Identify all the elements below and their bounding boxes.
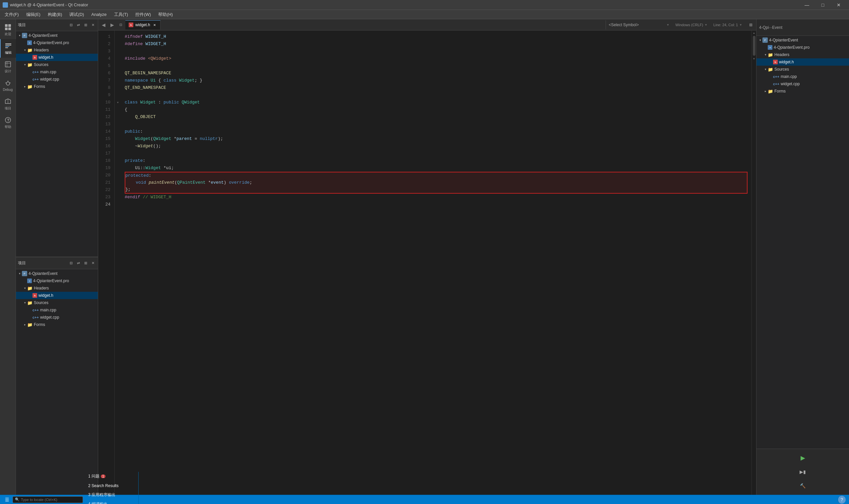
code-line[interactable]: public: (125, 128, 747, 135)
code-line[interactable]: void paintEvent(QPaintEvent *event) over… (125, 179, 747, 186)
code-line[interactable] (125, 62, 747, 70)
code-line[interactable]: namespace Ui { class Widget; } (125, 77, 747, 84)
panel-expand-icon-b[interactable]: ⊞ (83, 260, 89, 266)
tree-item[interactable]: hwidget.h (757, 58, 849, 66)
menu-item-e[interactable]: 编辑(E) (23, 11, 44, 19)
scroll-up-btn[interactable]: ▲ (752, 31, 757, 35)
tree-item[interactable]: ▾📁Headers (16, 47, 98, 54)
tree-item[interactable]: ≡4-QpianterEvent.pro (16, 277, 98, 285)
code-line[interactable]: Q_OBJECT (125, 113, 747, 121)
split-editor-btn[interactable]: ⊞ (747, 21, 755, 29)
code-line[interactable]: QT_END_NAMESPACE (125, 84, 747, 91)
code-line[interactable]: Ui::Widget *ui; (125, 164, 747, 172)
search-input[interactable] (21, 498, 80, 502)
tree-item[interactable]: c++widget.cpp (16, 314, 98, 321)
code-line[interactable] (125, 91, 747, 99)
statusbar-left-btn[interactable]: ☰ (3, 495, 11, 504)
tree-arrow[interactable]: ▸ (22, 322, 27, 327)
sidebar-item-projects[interactable]: 项目 (0, 95, 16, 113)
tree-item[interactable]: ▾📁Sources (757, 66, 849, 73)
statusbar-tab[interactable]: 1 问题1 (84, 472, 139, 481)
code-line[interactable]: ~Widget(); (125, 143, 747, 150)
code-line[interactable] (125, 150, 747, 157)
tree-item[interactable]: ▾📁Sources (16, 299, 98, 306)
tree-item[interactable]: ▾📁Headers (757, 51, 849, 58)
tree-item[interactable]: hwidget.h (16, 292, 98, 299)
menu-item-f[interactable]: 文件(F) (1, 11, 22, 19)
tree-arrow[interactable]: ▾ (763, 52, 768, 57)
panel-filter-icon-b[interactable]: ⊟ (68, 260, 74, 266)
tree-arrow[interactable]: ▸ (22, 84, 27, 89)
statusbar-tab[interactable]: 3 应用程序输出 (84, 490, 139, 500)
code-line[interactable]: QT_BEGIN_NAMESPACE (125, 70, 747, 77)
tree-arrow[interactable]: ▾ (758, 38, 762, 42)
menu-item-d[interactable]: 调试(D) (66, 11, 87, 19)
code-line[interactable] (125, 121, 747, 128)
menu-item-h[interactable]: 帮助(H) (155, 11, 176, 19)
tree-item[interactable]: c++main.cpp (16, 306, 98, 314)
code-line[interactable]: #include <QWidget> (125, 55, 747, 62)
panel-close-icon-b[interactable]: ✕ (90, 260, 96, 266)
tree-item[interactable]: c++main.cpp (757, 73, 849, 80)
tab-widget-h[interactable]: h widget.h ✕ (125, 20, 161, 30)
sidebar-item-welcome[interactable]: 欢迎 (0, 21, 16, 39)
panel-sync-icon-b[interactable]: ⇌ (75, 260, 81, 266)
tree-arrow[interactable]: ▾ (763, 67, 768, 72)
tree-item[interactable]: c++widget.cpp (16, 76, 98, 83)
tree-arrow[interactable]: ▾ (22, 48, 27, 52)
tree-arrow[interactable]: ▾ (22, 62, 27, 67)
statusbar-tab[interactable]: 4 编译输出 (84, 500, 139, 504)
tree-item[interactable]: ▸📁Forms (16, 83, 98, 90)
menu-item-w[interactable]: 控件(W) (132, 11, 154, 19)
tree-item[interactable]: ▾P4-QpianterEvent (757, 36, 849, 44)
sidebar-item-debug[interactable]: Debug (0, 76, 16, 95)
tree-item[interactable]: ▸📁Forms (757, 88, 849, 95)
code-content[interactable]: #ifndef WIDGET_H#define WIDGET_H#include… (121, 31, 752, 495)
code-line[interactable]: }; (125, 186, 747, 194)
code-line[interactable]: class Widget : public QWidget (125, 99, 747, 106)
tree-item[interactable]: c++widget.cpp (757, 80, 849, 88)
maximize-button[interactable]: □ (815, 0, 830, 10)
code-line[interactable]: private: (125, 157, 747, 164)
debug-run-button[interactable]: ▶▮ (797, 466, 809, 478)
tree-item[interactable]: c++main.cpp (16, 68, 98, 76)
code-line[interactable] (125, 201, 747, 208)
menu-item-b[interactable]: 构建(B) (44, 11, 65, 19)
tree-arrow[interactable]: ▾ (22, 286, 27, 290)
status-search[interactable]: 🔍 (13, 497, 83, 503)
tree-item[interactable]: ▾📁Headers (16, 285, 98, 292)
code-editor[interactable]: 123456789101112131415161718192021222324 … (98, 31, 756, 495)
menu-item-t[interactable]: 工具(T) (111, 11, 132, 19)
nav-forward-btn[interactable]: ▶ (108, 21, 116, 29)
menu-item-analyze[interactable]: Analyze (88, 11, 110, 18)
sidebar-item-design[interactable]: 设计 (0, 58, 16, 76)
panel-expand-icon[interactable]: ⊞ (83, 22, 89, 28)
minimize-button[interactable]: — (799, 0, 814, 10)
tree-item[interactable]: ≡4-QpianterEvent.pro (757, 44, 849, 51)
tree-item[interactable]: hwidget.h (16, 54, 98, 61)
tree-arrow[interactable]: ▾ (22, 301, 27, 305)
scroll-thumb[interactable] (753, 36, 756, 56)
vertical-scrollbar[interactable]: ▲ ▼ (752, 31, 756, 495)
bookmarks-btn[interactable]: ⊡ (117, 21, 125, 29)
tree-arrow[interactable]: ▾ (17, 271, 22, 276)
tree-arrow[interactable]: ▸ (763, 89, 768, 93)
panel-close-icon[interactable]: ✕ (90, 22, 96, 28)
symbol-selector[interactable]: <Select Symbol> ▼ (606, 20, 672, 30)
code-line[interactable]: { (125, 106, 747, 113)
tree-item[interactable]: ▾P4-QpianterEvent (16, 32, 98, 39)
code-line[interactable]: Widget(QWidget *parent = nullptr); (125, 135, 747, 143)
tree-item[interactable]: ▾P4-QpianterEvent (16, 270, 98, 277)
tree-arrow[interactable]: ▾ (17, 33, 22, 38)
close-button[interactable]: ✕ (831, 0, 846, 10)
code-line[interactable] (125, 48, 747, 55)
sidebar-item-help[interactable]: ?帮助 (0, 113, 16, 132)
fold-arrow[interactable]: ▾ (115, 99, 121, 106)
build-button[interactable]: 🔨 (797, 480, 809, 492)
statusbar-help-icon[interactable]: ? (838, 496, 846, 504)
panel-sync-icon[interactable]: ⇌ (75, 22, 81, 28)
code-line[interactable]: #endif // WIDGET_H (125, 194, 747, 201)
tree-item[interactable]: ▾📁Sources (16, 61, 98, 68)
statusbar-tab[interactable]: 2 Search Results (84, 481, 139, 490)
tree-item[interactable]: ≡4-QpianterEvent.pro (16, 39, 98, 47)
